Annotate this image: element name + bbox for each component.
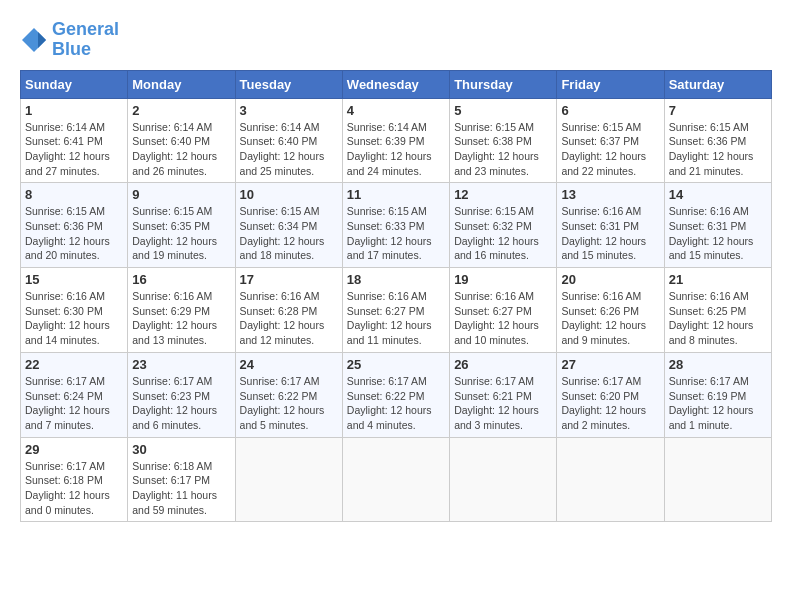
day-number: 22 (25, 357, 123, 372)
calendar-cell: 20 Sunrise: 6:16 AMSunset: 6:26 PMDaylig… (557, 268, 664, 353)
day-detail: Sunrise: 6:15 AMSunset: 6:37 PMDaylight:… (561, 120, 659, 179)
day-number: 17 (240, 272, 338, 287)
calendar-table: SundayMondayTuesdayWednesdayThursdayFrid… (20, 70, 772, 523)
day-number: 28 (669, 357, 767, 372)
day-detail: Sunrise: 6:14 AMSunset: 6:40 PMDaylight:… (240, 120, 338, 179)
day-number: 24 (240, 357, 338, 372)
day-detail: Sunrise: 6:16 AMSunset: 6:31 PMDaylight:… (669, 204, 767, 263)
day-detail: Sunrise: 6:17 AMSunset: 6:22 PMDaylight:… (347, 374, 445, 433)
calendar-cell: 1 Sunrise: 6:14 AMSunset: 6:41 PMDayligh… (21, 98, 128, 183)
day-number: 18 (347, 272, 445, 287)
day-number: 14 (669, 187, 767, 202)
day-detail: Sunrise: 6:14 AMSunset: 6:41 PMDaylight:… (25, 120, 123, 179)
calendar-cell: 19 Sunrise: 6:16 AMSunset: 6:27 PMDaylig… (450, 268, 557, 353)
day-detail: Sunrise: 6:15 AMSunset: 6:36 PMDaylight:… (669, 120, 767, 179)
calendar-cell: 10 Sunrise: 6:15 AMSunset: 6:34 PMDaylig… (235, 183, 342, 268)
header-tuesday: Tuesday (235, 70, 342, 98)
calendar-week-3: 15 Sunrise: 6:16 AMSunset: 6:30 PMDaylig… (21, 268, 772, 353)
day-detail: Sunrise: 6:15 AMSunset: 6:32 PMDaylight:… (454, 204, 552, 263)
calendar-week-4: 22 Sunrise: 6:17 AMSunset: 6:24 PMDaylig… (21, 352, 772, 437)
day-number: 16 (132, 272, 230, 287)
svg-marker-1 (38, 32, 46, 48)
calendar-cell: 28 Sunrise: 6:17 AMSunset: 6:19 PMDaylig… (664, 352, 771, 437)
day-number: 4 (347, 103, 445, 118)
day-detail: Sunrise: 6:16 AMSunset: 6:29 PMDaylight:… (132, 289, 230, 348)
logo-icon (20, 26, 48, 54)
day-detail: Sunrise: 6:15 AMSunset: 6:33 PMDaylight:… (347, 204, 445, 263)
day-number: 1 (25, 103, 123, 118)
calendar-cell: 25 Sunrise: 6:17 AMSunset: 6:22 PMDaylig… (342, 352, 449, 437)
header-sunday: Sunday (21, 70, 128, 98)
day-detail: Sunrise: 6:17 AMSunset: 6:21 PMDaylight:… (454, 374, 552, 433)
day-number: 21 (669, 272, 767, 287)
day-detail: Sunrise: 6:15 AMSunset: 6:36 PMDaylight:… (25, 204, 123, 263)
calendar-body: 1 Sunrise: 6:14 AMSunset: 6:41 PMDayligh… (21, 98, 772, 522)
calendar-cell: 2 Sunrise: 6:14 AMSunset: 6:40 PMDayligh… (128, 98, 235, 183)
day-number: 10 (240, 187, 338, 202)
day-detail: Sunrise: 6:14 AMSunset: 6:39 PMDaylight:… (347, 120, 445, 179)
day-detail: Sunrise: 6:16 AMSunset: 6:25 PMDaylight:… (669, 289, 767, 348)
day-detail: Sunrise: 6:15 AMSunset: 6:38 PMDaylight:… (454, 120, 552, 179)
calendar-cell: 30 Sunrise: 6:18 AMSunset: 6:17 PMDaylig… (128, 437, 235, 522)
calendar-cell: 11 Sunrise: 6:15 AMSunset: 6:33 PMDaylig… (342, 183, 449, 268)
calendar-week-1: 1 Sunrise: 6:14 AMSunset: 6:41 PMDayligh… (21, 98, 772, 183)
calendar-cell: 21 Sunrise: 6:16 AMSunset: 6:25 PMDaylig… (664, 268, 771, 353)
day-detail: Sunrise: 6:14 AMSunset: 6:40 PMDaylight:… (132, 120, 230, 179)
calendar-cell: 14 Sunrise: 6:16 AMSunset: 6:31 PMDaylig… (664, 183, 771, 268)
calendar-cell: 13 Sunrise: 6:16 AMSunset: 6:31 PMDaylig… (557, 183, 664, 268)
calendar-cell: 18 Sunrise: 6:16 AMSunset: 6:27 PMDaylig… (342, 268, 449, 353)
day-detail: Sunrise: 6:16 AMSunset: 6:30 PMDaylight:… (25, 289, 123, 348)
header-saturday: Saturday (664, 70, 771, 98)
calendar-cell: 7 Sunrise: 6:15 AMSunset: 6:36 PMDayligh… (664, 98, 771, 183)
calendar-cell: 8 Sunrise: 6:15 AMSunset: 6:36 PMDayligh… (21, 183, 128, 268)
day-detail: Sunrise: 6:17 AMSunset: 6:24 PMDaylight:… (25, 374, 123, 433)
header-monday: Monday (128, 70, 235, 98)
day-number: 11 (347, 187, 445, 202)
day-detail: Sunrise: 6:16 AMSunset: 6:28 PMDaylight:… (240, 289, 338, 348)
calendar-cell: 29 Sunrise: 6:17 AMSunset: 6:18 PMDaylig… (21, 437, 128, 522)
calendar-cell: 22 Sunrise: 6:17 AMSunset: 6:24 PMDaylig… (21, 352, 128, 437)
day-number: 29 (25, 442, 123, 457)
day-number: 7 (669, 103, 767, 118)
calendar-cell: 5 Sunrise: 6:15 AMSunset: 6:38 PMDayligh… (450, 98, 557, 183)
day-detail: Sunrise: 6:18 AMSunset: 6:17 PMDaylight:… (132, 459, 230, 518)
day-detail: Sunrise: 6:17 AMSunset: 6:22 PMDaylight:… (240, 374, 338, 433)
logo-text: General Blue (52, 20, 119, 60)
day-detail: Sunrise: 6:17 AMSunset: 6:18 PMDaylight:… (25, 459, 123, 518)
day-number: 5 (454, 103, 552, 118)
day-detail: Sunrise: 6:16 AMSunset: 6:26 PMDaylight:… (561, 289, 659, 348)
calendar-cell: 3 Sunrise: 6:14 AMSunset: 6:40 PMDayligh… (235, 98, 342, 183)
day-number: 19 (454, 272, 552, 287)
page-header: General Blue (20, 20, 772, 60)
calendar-cell (450, 437, 557, 522)
day-detail: Sunrise: 6:15 AMSunset: 6:34 PMDaylight:… (240, 204, 338, 263)
day-number: 26 (454, 357, 552, 372)
calendar-cell: 9 Sunrise: 6:15 AMSunset: 6:35 PMDayligh… (128, 183, 235, 268)
calendar-cell: 27 Sunrise: 6:17 AMSunset: 6:20 PMDaylig… (557, 352, 664, 437)
day-number: 20 (561, 272, 659, 287)
day-number: 12 (454, 187, 552, 202)
logo: General Blue (20, 20, 119, 60)
calendar-cell: 12 Sunrise: 6:15 AMSunset: 6:32 PMDaylig… (450, 183, 557, 268)
day-detail: Sunrise: 6:15 AMSunset: 6:35 PMDaylight:… (132, 204, 230, 263)
day-detail: Sunrise: 6:16 AMSunset: 6:31 PMDaylight:… (561, 204, 659, 263)
calendar-cell: 4 Sunrise: 6:14 AMSunset: 6:39 PMDayligh… (342, 98, 449, 183)
calendar-week-2: 8 Sunrise: 6:15 AMSunset: 6:36 PMDayligh… (21, 183, 772, 268)
header-thursday: Thursday (450, 70, 557, 98)
day-number: 30 (132, 442, 230, 457)
day-number: 23 (132, 357, 230, 372)
day-number: 25 (347, 357, 445, 372)
day-number: 13 (561, 187, 659, 202)
day-number: 8 (25, 187, 123, 202)
calendar-cell: 23 Sunrise: 6:17 AMSunset: 6:23 PMDaylig… (128, 352, 235, 437)
calendar-header-row: SundayMondayTuesdayWednesdayThursdayFrid… (21, 70, 772, 98)
calendar-cell: 24 Sunrise: 6:17 AMSunset: 6:22 PMDaylig… (235, 352, 342, 437)
calendar-cell: 16 Sunrise: 6:16 AMSunset: 6:29 PMDaylig… (128, 268, 235, 353)
day-number: 27 (561, 357, 659, 372)
day-detail: Sunrise: 6:17 AMSunset: 6:20 PMDaylight:… (561, 374, 659, 433)
calendar-cell (664, 437, 771, 522)
calendar-cell (557, 437, 664, 522)
calendar-cell: 17 Sunrise: 6:16 AMSunset: 6:28 PMDaylig… (235, 268, 342, 353)
day-number: 9 (132, 187, 230, 202)
day-number: 15 (25, 272, 123, 287)
